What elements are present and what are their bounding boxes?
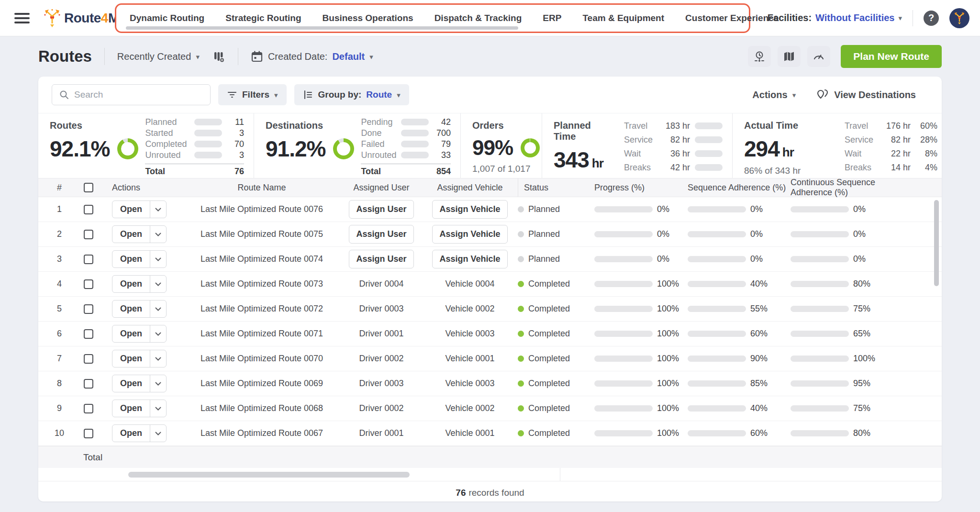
stat-destinations: Destinations 91.2% Pending42Done700Faile… <box>254 113 460 178</box>
primary-nav: Dynamic RoutingStrategic RoutingBusiness… <box>115 3 750 33</box>
row-checkbox[interactable] <box>84 429 93 438</box>
nav-item-customer-experience[interactable]: Customer Experience <box>685 13 779 23</box>
facilities-dropdown[interactable]: Facilities: Without Facilities ▾ <box>768 12 902 23</box>
row-checkbox[interactable] <box>84 230 93 239</box>
open-label: Open <box>112 375 150 392</box>
plan-new-route-button[interactable]: Plan New Route <box>841 45 942 68</box>
row-checkbox[interactable] <box>84 379 93 389</box>
progress-bar <box>594 405 653 412</box>
column-header-index: # <box>44 183 75 193</box>
avatar[interactable] <box>949 8 969 28</box>
vertical-scrollbar-thumb[interactable] <box>934 200 939 286</box>
progress-value: 100% <box>657 378 679 389</box>
status-dot-icon <box>518 331 524 337</box>
actions-dropdown[interactable]: Actions ▾ <box>752 89 796 100</box>
nav-item-team-equipment[interactable]: Team & Equipment <box>582 13 664 23</box>
chevron-down-icon: ▾ <box>196 53 200 60</box>
progress-bar <box>688 356 746 362</box>
open-dropdown-toggle[interactable] <box>150 301 166 317</box>
horizontal-scrollbar-thumb[interactable] <box>128 472 410 478</box>
hamburger-menu-icon[interactable] <box>14 13 30 23</box>
assign-user-button[interactable]: Assign User <box>349 225 413 244</box>
progress-bar <box>791 380 849 387</box>
row-checkbox[interactable] <box>84 255 93 264</box>
sort-dropdown[interactable]: Recently Created ▾ <box>117 51 200 62</box>
column-header-actions: Actions <box>102 183 183 193</box>
open-dropdown-toggle[interactable] <box>150 226 166 243</box>
filters-button[interactable]: Filters ▾ <box>218 84 287 105</box>
nav-item-business-operations[interactable]: Business Operations <box>323 13 413 23</box>
row-checkbox[interactable] <box>84 205 93 214</box>
dashboard-gauge-button[interactable] <box>807 46 830 67</box>
nav-item-dynamic-routing[interactable]: Dynamic Routing <box>130 13 204 23</box>
breakdown-label: Wait <box>845 149 875 159</box>
stat-subtext: 1,007 of 1,017 <box>472 164 540 174</box>
page-title: Routes <box>38 47 92 66</box>
calendar-icon <box>251 50 263 63</box>
row-checkbox[interactable] <box>84 404 93 413</box>
route4me-mark-icon <box>43 9 61 28</box>
total-label: Total <box>83 452 102 463</box>
open-route-button[interactable]: Open <box>112 275 167 293</box>
chevron-down-icon: ▾ <box>898 14 902 22</box>
row-checkbox[interactable] <box>84 354 93 364</box>
created-date-dropdown[interactable]: Created Date: Default ▾ <box>251 50 373 63</box>
open-dropdown-toggle[interactable] <box>150 375 166 392</box>
view-destinations-button[interactable]: View Destinations <box>816 89 916 101</box>
stat-actual-time: Actual Time 294hr 86% of 343 hr Travel17… <box>732 113 942 178</box>
route-name: Last Mile Optimized Route 0068 <box>183 403 341 413</box>
column-settings-icon[interactable] <box>212 50 225 63</box>
column-header-continuous-sequence-adherence: Continuous Sequence Adherence (%) <box>791 178 915 198</box>
open-dropdown-toggle[interactable] <box>150 276 166 292</box>
open-route-button[interactable]: Open <box>112 350 167 367</box>
progress-cell: 80% <box>791 279 915 289</box>
open-route-button[interactable]: Open <box>112 200 167 218</box>
open-dropdown-toggle[interactable] <box>150 325 166 342</box>
open-route-button[interactable]: Open <box>112 250 167 268</box>
nav-item-dispatch-tracking[interactable]: Dispatch & Tracking <box>434 13 522 23</box>
map-view-button[interactable] <box>778 46 801 67</box>
row-checkbox[interactable] <box>84 329 93 339</box>
open-route-button[interactable]: Open <box>112 424 167 442</box>
total-value: 76 <box>234 167 244 177</box>
row-checkbox[interactable] <box>84 279 93 289</box>
status-dot-icon <box>518 206 524 212</box>
open-dropdown-toggle[interactable] <box>150 400 166 417</box>
open-route-button[interactable]: Open <box>112 325 167 343</box>
search-input[interactable] <box>74 89 203 100</box>
open-dropdown-toggle[interactable] <box>150 350 166 367</box>
open-route-button[interactable]: Open <box>112 225 167 243</box>
select-all-checkbox[interactable] <box>84 183 93 192</box>
assign-vehicle-button[interactable]: Assign Vehicle <box>432 225 507 244</box>
assign-vehicle-button[interactable]: Assign Vehicle <box>432 200 507 219</box>
table-row: 3OpenLast Mile Optimized Route 0074Assig… <box>38 247 942 272</box>
open-dropdown-toggle[interactable] <box>150 425 166 442</box>
status-label: Planned <box>528 229 560 239</box>
nav-item-erp[interactable]: ERP <box>543 13 561 23</box>
group-by-button[interactable]: Group by: Route ▾ <box>294 84 409 105</box>
progress-value: 100% <box>657 354 679 364</box>
progress-cell: 0% <box>791 229 915 239</box>
brand-logo[interactable]: Route4Me <box>43 9 126 28</box>
assign-user-button[interactable]: Assign User <box>349 200 413 219</box>
status-label: Planned <box>528 204 560 214</box>
nav-item-strategic-routing[interactable]: Strategic Routing <box>225 13 301 23</box>
open-route-button[interactable]: Open <box>112 300 167 318</box>
open-route-button[interactable]: Open <box>112 375 167 392</box>
row-checkbox[interactable] <box>84 304 93 314</box>
progress-cell: 60% <box>688 428 791 438</box>
status-dot-icon <box>518 405 524 412</box>
assign-user-button[interactable]: Assign User <box>349 250 413 268</box>
route-history-button[interactable] <box>748 46 771 67</box>
help-icon[interactable]: ? <box>924 11 939 26</box>
open-dropdown-toggle[interactable] <box>150 251 166 267</box>
open-dropdown-toggle[interactable] <box>150 201 166 218</box>
assigned-vehicle: Vehicle 0001 <box>445 428 494 438</box>
row-number: 9 <box>44 403 75 413</box>
progress-cell: 100% <box>594 354 688 364</box>
legend-label: Done <box>361 128 401 138</box>
open-route-button[interactable]: Open <box>112 400 167 417</box>
assign-vehicle-button[interactable]: Assign Vehicle <box>432 250 507 268</box>
nav-scrollbar-thumb[interactable] <box>126 26 518 30</box>
total-label: Total <box>145 167 165 177</box>
